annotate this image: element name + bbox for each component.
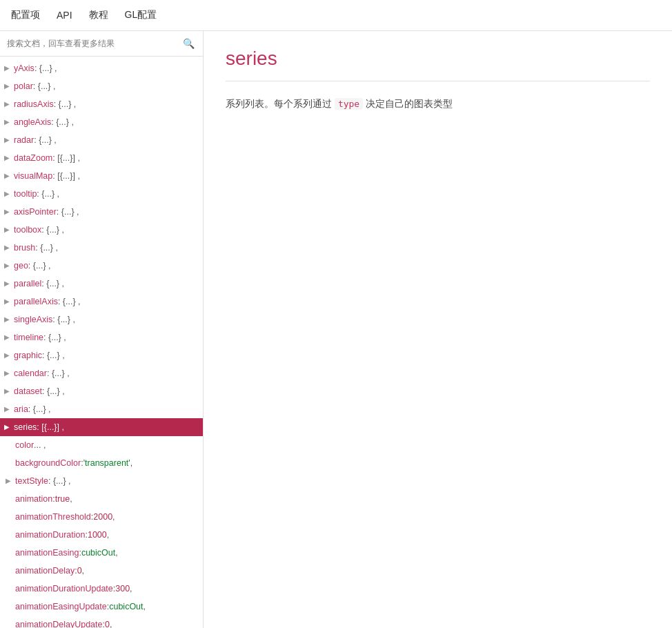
plain-item-animationDelay: animationDelay: 0 , <box>0 562 203 580</box>
content-title: series <box>226 48 650 70</box>
tree-item-visualMap[interactable]: ▶visualMap: [{...}] , <box>0 167 203 185</box>
nav-gl-config[interactable]: GL配置 <box>125 6 157 24</box>
arrow-icon: ▶ <box>4 81 14 92</box>
plain-item-animationEasingUpdate: animationEasingUpdate: cubicOut , <box>0 598 203 616</box>
desc-text-2: 决定自己的图表类型 <box>363 98 453 109</box>
item-label: dataZoom <box>14 151 52 165</box>
item-suffix: : {...} , <box>51 115 74 129</box>
tree-item-angleAxis[interactable]: ▶angleAxis: {...} , <box>0 113 203 131</box>
item-suffix: : {...} , <box>28 402 51 416</box>
arrow-icon: ▶ <box>4 422 14 433</box>
item-suffix: : [{...}] , <box>37 420 64 434</box>
item-label: tooltip <box>14 187 37 201</box>
content-description: 系列列表。每个系列通过 type 决定自己的图表类型 <box>226 95 650 112</box>
item-value: 0 <box>105 618 110 628</box>
item-label: backgroundColor <box>15 456 81 470</box>
nav-config[interactable]: 配置项 <box>11 6 40 24</box>
tree-item-dataset[interactable]: ▶dataset: {...} , <box>0 382 203 400</box>
top-nav: 配置项 API 教程 GL配置 <box>0 0 672 31</box>
tree-item-tooltip[interactable]: ▶tooltip: {...} , <box>0 185 203 203</box>
item-label: animationEasing <box>15 546 79 560</box>
item-suffix: : {...} , <box>37 187 59 201</box>
arrow-icon: ▶ <box>4 314 14 325</box>
tree-item-timeline[interactable]: ▶timeline: {...} , <box>0 328 203 346</box>
item-label: axisPointer <box>14 205 57 219</box>
arrow-icon: ▶ <box>4 224 14 235</box>
arrow-icon: ▶ <box>4 117 14 128</box>
item-suffix: : {...} , <box>54 97 77 111</box>
item-label: angleAxis <box>14 115 51 129</box>
item-label: singleAxis <box>14 313 52 326</box>
item-label: toolbox <box>14 223 41 237</box>
item-suffix: : {...} , <box>42 384 65 398</box>
item-suffix: : {...} , <box>35 241 58 255</box>
tree-item-geo[interactable]: ▶geo: {...} , <box>0 257 203 275</box>
search-button[interactable]: 🔍 <box>181 37 196 50</box>
desc-keyword-type: type <box>335 98 363 110</box>
tree-item-radar[interactable]: ▶radar: {...} , <box>0 131 203 149</box>
tree-item-graphic[interactable]: ▶graphic: {...} , <box>0 346 203 364</box>
item-suffix: : [{...}] , <box>52 151 80 165</box>
item-value: 2000 <box>93 510 112 524</box>
arrow-icon: ▶ <box>4 170 14 181</box>
tree-item-aria[interactable]: ▶aria: {...} , <box>0 400 203 418</box>
tree-item-dataZoom[interactable]: ▶dataZoom: [{...}] , <box>0 149 203 167</box>
item-label: polar <box>14 79 33 93</box>
item-label: series <box>14 420 37 434</box>
tree-item-parallel[interactable]: ▶parallel: {...} , <box>0 275 203 293</box>
item-suffix: : {...} , <box>33 79 56 93</box>
nav-tutorial[interactable]: 教程 <box>89 6 108 24</box>
item-suffix: : {...} , <box>28 259 51 273</box>
item-label: animationDelayUpdate <box>15 618 102 628</box>
item-suffix: , <box>144 600 146 614</box>
arrow-icon: ▶ <box>6 475 15 487</box>
arrow-icon: ▶ <box>4 404 14 415</box>
arrow-icon: ▶ <box>4 350 14 361</box>
tree-item-singleAxis[interactable]: ▶singleAxis: {...} , <box>0 311 203 328</box>
plain-item-animationDelayUpdate: animationDelayUpdate: 0 , <box>0 616 203 628</box>
item-suffix: : {...} , <box>58 295 81 308</box>
item-suffix: : {...} , <box>48 474 71 488</box>
tree-item-polar[interactable]: ▶polar: {...} , <box>0 77 203 95</box>
tree-list: ▶yAxis: {...} ,▶polar: {...} ,▶radiusAxi… <box>0 57 203 628</box>
item-label: animationDuration <box>15 528 85 542</box>
item-label: visualMap <box>14 169 52 183</box>
item-label: parallelAxis <box>14 295 58 308</box>
tree-item-calendar[interactable]: ▶calendar: {...} , <box>0 364 203 382</box>
plain-item-animationDuration: animationDuration: 1000 , <box>0 526 203 544</box>
item-suffix: , <box>115 546 117 560</box>
search-bar: 🔍 <box>0 31 203 57</box>
item-label: yAxis <box>14 61 34 75</box>
arrow-icon: ▶ <box>4 99 14 110</box>
item-suffix: : {...} , <box>57 205 79 219</box>
item-label: geo <box>14 259 28 273</box>
arrow-icon: ▶ <box>4 386 14 397</box>
nav-api[interactable]: API <box>57 7 72 23</box>
tree-item-radiusAxis[interactable]: ▶radiusAxis: {...} , <box>0 95 203 113</box>
arrow-icon: ▶ <box>4 63 14 74</box>
item-suffix: , <box>110 618 112 628</box>
item-suffix: , <box>70 492 72 506</box>
plain-item-animationEasing: animationEasing: cubicOut , <box>0 544 203 562</box>
tree-item-yAxis[interactable]: ▶yAxis: {...} , <box>0 59 203 77</box>
plain-item-animation: animation: true , <box>0 490 203 508</box>
item-label: animationDurationUpdate <box>15 582 113 596</box>
item-value: cubicOut <box>109 600 143 614</box>
item-suffix: : [{...}] , <box>52 169 80 183</box>
item-value: cubicOut <box>81 546 115 560</box>
tree-item-parallelAxis[interactable]: ▶parallelAxis: {...} , <box>0 293 203 311</box>
item-label: animationDelay <box>15 564 75 578</box>
item-value: 1000 <box>88 528 107 542</box>
item-label: calendar <box>14 366 47 380</box>
arrow-icon: ▶ <box>4 260 14 271</box>
arrow-icon: ▶ <box>4 296 14 307</box>
arrow-icon: ▶ <box>4 135 14 146</box>
tree-item-axisPointer[interactable]: ▶axisPointer: {...} , <box>0 203 203 221</box>
plain-item-textStyle[interactable]: ▶textStyle: {...} , <box>0 472 203 490</box>
tree-item-series[interactable]: ▶series: [{...}] , <box>0 418 203 436</box>
item-suffix: : {...} , <box>43 331 66 344</box>
search-input[interactable] <box>7 39 177 48</box>
arrow-icon: ▶ <box>4 242 14 253</box>
tree-item-toolbox[interactable]: ▶toolbox: {...} , <box>0 221 203 239</box>
tree-item-brush[interactable]: ▶brush: {...} , <box>0 239 203 257</box>
